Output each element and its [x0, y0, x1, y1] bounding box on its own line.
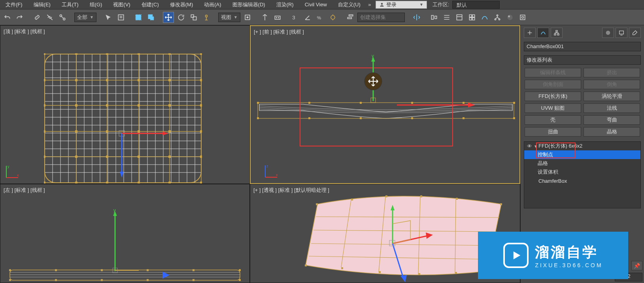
tab-hierarchy[interactable]: [551, 28, 563, 38]
svg-point-35: [521, 16, 523, 18]
object-name-field[interactable]: ChamferBox001: [524, 42, 641, 51]
menu-view[interactable]: 视图(V): [108, 0, 136, 9]
watermark-title: 溜溜自学: [535, 243, 602, 262]
undo-button[interactable]: [2, 12, 13, 23]
viewport-label[interactable]: [左 ] [标准 ] [线框 ]: [4, 187, 45, 194]
render-setup-button[interactable]: [517, 12, 528, 23]
viewport-label[interactable]: [顶 ] [标准 ] [线框 ]: [4, 28, 45, 35]
stack-item-chamferbox[interactable]: ChamferBox: [524, 176, 640, 185]
named-selection-dropdown[interactable]: 创建选择集: [357, 13, 405, 22]
mirror-button[interactable]: [411, 12, 422, 23]
svg-rect-140: [513, 117, 515, 119]
btn-ffd-box[interactable]: FFD(长方体): [525, 92, 581, 101]
move-gizmo-3d[interactable]: [373, 200, 436, 283]
pivot-center-button[interactable]: [242, 12, 253, 23]
expand-icon[interactable]: ▾: [533, 143, 538, 149]
pin-stack-button[interactable]: 📌: [631, 261, 642, 270]
menu-group[interactable]: 组(G): [84, 0, 108, 9]
tab-utilities[interactable]: [629, 28, 641, 38]
stack-subitem-control-points[interactable]: 控制点: [524, 150, 640, 159]
keymode-button[interactable]: [272, 12, 283, 23]
select-window-button[interactable]: [145, 12, 157, 23]
btn-lattice[interactable]: 晶格: [584, 127, 640, 137]
svg-text:y: y: [8, 165, 9, 169]
stack-subitem-setvolume[interactable]: 设置体积: [524, 168, 640, 176]
viewport-label[interactable]: [+ ] [前 ] [标准 ] [线框 ]: [254, 28, 304, 36]
btn-extrude[interactable]: 挤出: [584, 68, 640, 77]
scene-explorer-button[interactable]: [454, 12, 465, 23]
viewport-front[interactable]: [+ ] [前 ] [标准 ] [线框 ] y: [250, 25, 520, 184]
svg-rect-169: [101, 279, 103, 281]
menu-customize[interactable]: 自定义(U): [332, 0, 366, 9]
stack-item-ffd[interactable]: 👁 ▾ FFD(长方体) 6x6x2: [524, 142, 640, 150]
btn-edit-spline[interactable]: 编辑样条线: [525, 68, 581, 77]
ref-coord-dropdown[interactable]: 视图▼: [218, 13, 240, 22]
tab-motion[interactable]: [602, 28, 614, 38]
btn-shell[interactable]: 壳: [525, 115, 581, 125]
unlink-button[interactable]: [44, 12, 55, 23]
workspace-dropdown[interactable]: 默认: [452, 1, 500, 9]
btn-twist[interactable]: 扭曲: [525, 127, 581, 137]
tab-display[interactable]: [616, 28, 627, 38]
redo-button[interactable]: [14, 12, 25, 23]
modifier-stack[interactable]: 👁 ▾ FFD(长方体) 6x6x2 控制点 晶格 设置体积 ChamferBo…: [524, 141, 641, 208]
btn-bend[interactable]: 弯曲: [584, 115, 640, 125]
stack-subitem-lattice[interactable]: 晶格: [524, 159, 640, 168]
menu-animation[interactable]: 动画(A): [198, 0, 227, 9]
material-editor-button[interactable]: [504, 12, 516, 23]
selection-filter-dropdown[interactable]: 全部▼: [74, 13, 96, 22]
layer-explorer-button[interactable]: [441, 12, 452, 23]
move-gizmo[interactable]: y: [361, 54, 385, 105]
menu-tools[interactable]: 工具(T): [56, 0, 84, 9]
bind-button[interactable]: [57, 12, 68, 23]
svg-rect-99: [168, 104, 171, 107]
tab-create[interactable]: [524, 28, 536, 38]
viewport-left[interactable]: [左 ] [标准 ] [线框 ] y: [0, 184, 250, 283]
menu-modifiers[interactable]: 修改器(M): [164, 0, 199, 9]
align-button[interactable]: [429, 12, 440, 23]
ribbon-button[interactable]: [466, 12, 478, 23]
select-name-button[interactable]: [115, 12, 127, 23]
btn-chamfer[interactable]: 倒角: [584, 80, 640, 89]
svg-rect-116: [138, 182, 140, 184]
named-set-edit-button[interactable]: [345, 12, 356, 23]
menu-overflow-icon[interactable]: »: [366, 2, 373, 7]
menu-create[interactable]: 创建(C): [136, 0, 164, 9]
move-button[interactable]: [163, 12, 174, 23]
select-region-rect-button[interactable]: [133, 12, 144, 23]
modifier-list-dropdown[interactable]: 修改器列表: [524, 55, 641, 65]
percent-snap-button[interactable]: %: [315, 12, 326, 23]
left-wireframe: [8, 268, 242, 283]
viewport-label[interactable]: [+ ] [透视 ] [标准 ] [默认明暗处理 ]: [253, 187, 329, 194]
tab-modify[interactable]: [537, 28, 549, 38]
snap-3d-button[interactable]: 3: [289, 12, 300, 23]
menu-edit[interactable]: 编辑(E): [28, 0, 56, 9]
svg-rect-7: [136, 15, 141, 20]
move-gizmo[interactable]: [111, 116, 174, 180]
scale-button[interactable]: [188, 12, 199, 23]
eye-icon[interactable]: 👁: [526, 143, 533, 149]
btn-uvw-map[interactable]: UVW 贴图: [525, 103, 581, 113]
svg-rect-114: [75, 182, 77, 184]
btn-normals[interactable]: 法线: [584, 103, 640, 113]
menu-render[interactable]: 渲染(R): [271, 0, 299, 9]
menu-graph[interactable]: 图形编辑器(D): [227, 0, 271, 9]
spinner-snap-button[interactable]: [327, 12, 338, 23]
curve-editor-button[interactable]: [479, 12, 490, 23]
select-object-button[interactable]: [103, 12, 114, 23]
link-button[interactable]: [32, 12, 43, 23]
login-button[interactable]: 登录 ▼: [376, 1, 427, 9]
menu-file[interactable]: 文件(F): [0, 0, 28, 9]
menu-civil[interactable]: Civil View: [299, 0, 332, 9]
schematic-view-button[interactable]: [492, 12, 503, 23]
placement-button[interactable]: [201, 12, 212, 23]
viewport-top[interactable]: [顶 ] [标准 ] [线框 ]: [0, 25, 250, 184]
manipulate-button[interactable]: [259, 12, 270, 23]
svg-rect-107: [44, 156, 45, 158]
rotate-button[interactable]: [176, 12, 187, 23]
btn-chamfer-profile[interactable]: 倒角剖面: [525, 80, 581, 89]
move-gizmo-x[interactable]: [397, 99, 476, 111]
btn-turbosmooth[interactable]: 涡轮平滑: [584, 92, 640, 101]
move-gizmo[interactable]: y: [103, 208, 143, 275]
angle-snap-button[interactable]: [302, 12, 313, 23]
